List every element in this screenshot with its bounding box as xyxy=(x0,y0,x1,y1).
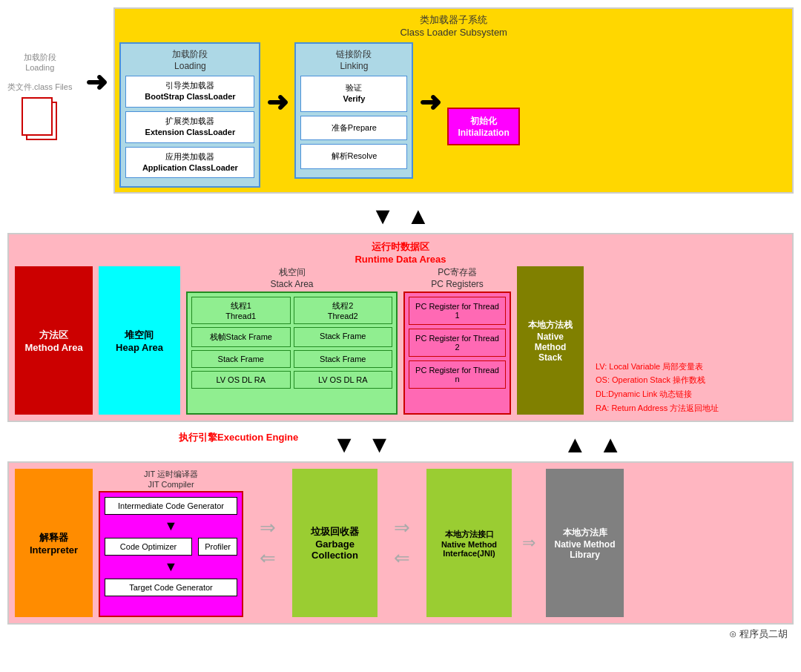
init-cn: 初始化 xyxy=(470,116,497,126)
interpreter-label: 解释器 Interpreter xyxy=(30,531,78,556)
pc-reg-2: PC Register for Thread 2 xyxy=(409,329,506,357)
garbage-box: 垃圾回收器 Garbage Collection xyxy=(292,469,378,617)
jit-optimizer: Code Optimizer xyxy=(105,538,192,556)
stackframe1: 栈帧Stack Frame xyxy=(191,327,291,347)
thread1-box: 线程1Thread1 xyxy=(191,297,291,324)
bottom-left-arrows: ⇒ ⇐ xyxy=(249,469,286,617)
jit-outer: JIT 运时编译器 JIT Compiler Intermediate Code… xyxy=(99,469,243,617)
stackframe4: Stack Frame xyxy=(294,350,393,368)
heap-area-box: 堆空间 Heap Area xyxy=(99,266,180,415)
pc-en: PC Registers xyxy=(431,279,484,289)
input-arrow: ➜ xyxy=(85,67,108,98)
pc-registers-outer: PC寄存器 PC Registers PC Register for Threa… xyxy=(403,266,511,415)
linking-box: 链接阶段 Linking 验证Verify 准备Prepare 解析Resolv… xyxy=(294,42,413,179)
stackframe-row2: Stack Frame Stack Frame xyxy=(191,350,392,368)
classloader-title: 类加载器子系统 Class Loader Subsystem xyxy=(119,13,788,38)
bottom-section: 解释器 Interpreter JIT 运时编译器 JIT Compiler I… xyxy=(7,461,794,625)
top-middle-arrows: ▼ ▲ xyxy=(7,200,794,233)
jit-profiler-row: Code Optimizer Profiler xyxy=(105,538,237,556)
hollow-arrow-right-1: ⇒ xyxy=(260,516,276,539)
down-arrow-1: ▼ xyxy=(371,202,395,230)
top-section: 加载阶段 Loading 类文件.class Files ➜ 类加载器子系统 C… xyxy=(7,7,794,194)
stack-area-outer: 栈空间 Stack Area 线程1Thread1 线程2Thread2 栈帧S… xyxy=(186,266,398,415)
legend-box: LV: Local Variable 局部变量表 OS: Operation S… xyxy=(590,266,786,415)
jit-intermediate: Intermediate Code Generator xyxy=(105,497,237,515)
initialization-box: 初始化 Initialization xyxy=(447,108,519,145)
linking-en: Linking xyxy=(340,61,368,71)
stack-area-box: 线程1Thread1 线程2Thread2 栈帧Stack Frame Stac… xyxy=(186,291,398,415)
stackframe-row3: LV OS DL RA LV OS DL RA xyxy=(191,371,392,389)
native-interface-label: 本地方法接口 Native Method Interface(JNI) xyxy=(432,529,506,558)
middle-bottom-arrows: 执行引擎Execution Engine ▼ ▼ ▲ ▲ xyxy=(7,428,794,461)
runtime-inner: 方法区 Method Area 堆空间 Heap Area 栈空间 Stack … xyxy=(15,266,786,415)
pc-reg-n: PC Register for Thread n xyxy=(409,360,506,389)
linking-resolve: 解析Resolve xyxy=(300,144,407,168)
loading-label-area: 加载阶段 Loading 类文件.class Files xyxy=(7,52,72,142)
linking-prepare: 准备Prepare xyxy=(300,116,407,140)
pc-registers-title: PC寄存器 PC Registers xyxy=(403,266,511,289)
jit-cn: JIT 运时编译器 xyxy=(144,470,198,478)
class-files-icon xyxy=(22,97,59,142)
native-library-box: 本地方法库 Native Method Library xyxy=(546,469,624,617)
lv-os-dl-ra-2: LV OS DL RA xyxy=(294,371,393,389)
stackframe3: Stack Frame xyxy=(191,350,291,368)
loader-application: 应用类加载器Application ClassLoader xyxy=(125,147,254,179)
heap-area-label: 堆空间 Heap Area xyxy=(116,329,163,353)
classloader-box: 类加载器子系统 Class Loader Subsystem 加载阶段 Load… xyxy=(113,7,794,194)
jit-arrow-1: ▼ xyxy=(165,518,178,534)
loader-extension: 扩展类加载器Extension ClassLoader xyxy=(125,111,254,143)
linking-verify: 验证Verify xyxy=(300,76,407,112)
profiler-box: Profiler xyxy=(198,538,237,556)
legend-lv: LV: Local Variable 局部变量表 xyxy=(596,360,786,374)
native-library-label: 本地方法库 Native Method Library xyxy=(552,527,618,560)
legend-ra: RA: Return Address 方法返回地址 xyxy=(596,401,786,415)
pc-registers-box: PC Register for Thread 1 PC Register for… xyxy=(403,291,511,415)
down-arrow-2: ▼ xyxy=(332,431,356,458)
loading-box-title: 加载阶段 Loading xyxy=(125,48,254,71)
loading-to-linking-arrow: ➜ xyxy=(266,87,289,118)
lv-os-dl-ra-1: LV OS DL RA xyxy=(191,371,291,389)
stack-area-title: 栈空间 Stack Area xyxy=(186,266,398,289)
watermark-text: ⊙ 程序员二胡 xyxy=(729,628,788,639)
hollow-arrow-right-2: ⇒ xyxy=(394,516,410,539)
runtime-en: Runtime Data Areas xyxy=(355,254,446,265)
loading-box-cn: 加载阶段 xyxy=(172,49,208,59)
hollow-arrow-left-1: ⇐ xyxy=(260,547,276,570)
init-en: Initialization xyxy=(458,128,509,138)
execution-engine-label: 执行引擎Execution Engine xyxy=(179,431,298,458)
watermark: ⊙ 程序员二胡 xyxy=(7,625,794,644)
loading-box-en: Loading xyxy=(174,61,206,71)
native-stack-box: 本地方法栈Native Method Stack xyxy=(517,266,584,415)
method-area-label: 方法区 Method Area xyxy=(24,329,82,353)
loader-bootstrap: 引导类加载器BootStrap ClassLoader xyxy=(125,76,254,108)
native-interface-box: 本地方法接口 Native Method Interface(JNI) xyxy=(426,469,512,617)
jit-en: JIT Compiler xyxy=(148,480,194,489)
jit-target: Target Code Generator xyxy=(105,579,237,596)
legend-dl: DL:Dynamic Link 动态链接 xyxy=(596,387,786,401)
classfiles-label: 类文件.class Files xyxy=(7,82,72,91)
linking-box-title: 链接阶段 Linking xyxy=(300,48,407,71)
runtime-title: 运行时数据区 Runtime Data Areas xyxy=(15,240,786,265)
stackframe-row1: 栈帧Stack Frame Stack Frame xyxy=(191,327,392,347)
loading-stage-label-en: Loading xyxy=(25,63,54,72)
jit-title: JIT 运时编译器 JIT Compiler xyxy=(99,469,243,489)
legend-os: OS: Operation Stack 操作数栈 xyxy=(596,373,786,387)
interpreter-box: 解释器 Interpreter xyxy=(15,469,93,617)
method-area-box: 方法区 Method Area xyxy=(15,266,93,415)
jit-box: Intermediate Code Generator ▼ Code Optim… xyxy=(99,491,243,617)
garbage-label: 垃圾回收器 Garbage Collection xyxy=(298,525,372,561)
stack-en: Stack Area xyxy=(270,279,313,289)
runtime-cn: 运行时数据区 xyxy=(372,241,429,252)
bottom-right-arrows: ⇒ ⇐ xyxy=(383,469,421,617)
stack-cn: 栈空间 xyxy=(279,267,306,277)
jit-arrow-2: ▼ xyxy=(165,559,178,575)
thread2-box: 线程2Thread2 xyxy=(294,297,393,324)
up-arrow-2: ▲ xyxy=(564,431,587,458)
pc-cn: PC寄存器 xyxy=(438,267,477,277)
stackframe2: Stack Frame xyxy=(294,327,393,347)
stack-threads-row: 线程1Thread1 线程2Thread2 xyxy=(191,297,392,324)
classloader-en: Class Loader Subsystem xyxy=(400,27,507,38)
up-arrow-3: ▲ xyxy=(599,431,622,458)
classloader-inner: 加载阶段 Loading 引导类加载器BootStrap ClassLoader… xyxy=(119,42,788,188)
main-container: 加载阶段 Loading 类文件.class Files ➜ 类加载器子系统 C… xyxy=(0,0,801,651)
